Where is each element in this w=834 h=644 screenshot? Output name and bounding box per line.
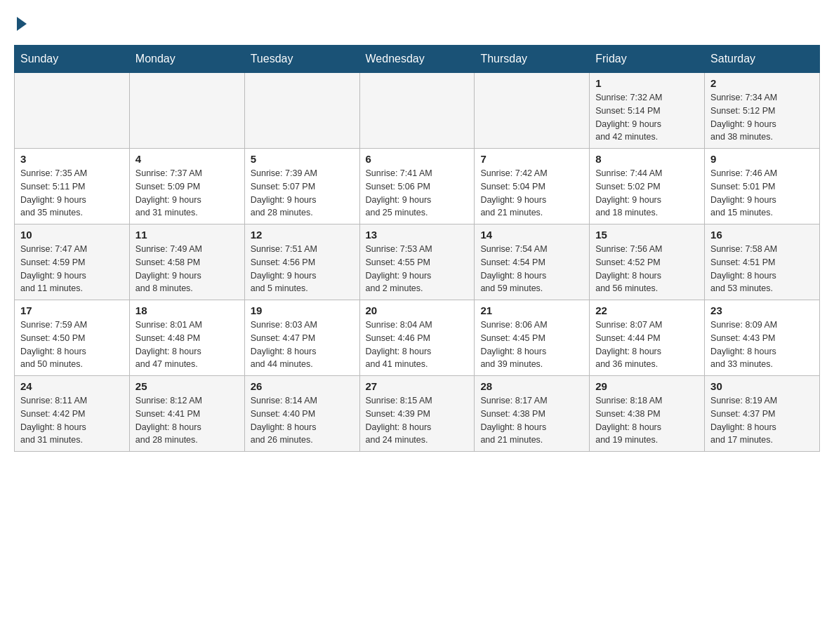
day-info: Sunrise: 7:49 AM Sunset: 4:58 PM Dayligh…	[135, 243, 239, 295]
calendar-cell: 1Sunrise: 7:32 AM Sunset: 5:14 PM Daylig…	[590, 73, 705, 149]
day-info: Sunrise: 7:42 AM Sunset: 5:04 PM Dayligh…	[480, 167, 583, 220]
calendar-cell: 6Sunrise: 7:41 AM Sunset: 5:06 PM Daylig…	[359, 149, 475, 224]
calendar-cell: 2Sunrise: 7:34 AM Sunset: 5:12 PM Daylig…	[705, 73, 820, 149]
calendar-cell: 16Sunrise: 7:58 AM Sunset: 4:51 PM Dayli…	[705, 224, 820, 300]
calendar-cell: 26Sunrise: 8:14 AM Sunset: 4:40 PM Dayli…	[244, 376, 359, 452]
day-number: 2	[710, 77, 814, 89]
calendar-header-monday: Monday	[129, 46, 244, 73]
day-number: 26	[251, 380, 354, 392]
day-info: Sunrise: 7:47 AM Sunset: 4:59 PM Dayligh…	[20, 243, 124, 295]
calendar-header-saturday: Saturday	[705, 46, 820, 73]
calendar-cell: 21Sunrise: 8:06 AM Sunset: 4:45 PM Dayli…	[475, 300, 590, 376]
day-number: 20	[366, 304, 469, 316]
calendar-cell: 7Sunrise: 7:42 AM Sunset: 5:04 PM Daylig…	[475, 149, 590, 224]
day-number: 6	[366, 153, 469, 165]
day-number: 23	[710, 304, 814, 316]
day-number: 14	[480, 229, 583, 241]
day-number: 4	[135, 153, 239, 165]
day-info: Sunrise: 8:15 AM Sunset: 4:39 PM Dayligh…	[366, 394, 469, 447]
day-number: 1	[595, 77, 699, 89]
day-info: Sunrise: 8:09 AM Sunset: 4:43 PM Dayligh…	[710, 318, 814, 371]
day-number: 22	[595, 304, 699, 316]
day-number: 9	[710, 153, 814, 165]
calendar-cell: 29Sunrise: 8:18 AM Sunset: 4:38 PM Dayli…	[590, 376, 705, 452]
day-number: 24	[20, 380, 124, 392]
day-info: Sunrise: 8:03 AM Sunset: 4:47 PM Dayligh…	[251, 318, 354, 371]
day-info: Sunrise: 7:35 AM Sunset: 5:11 PM Dayligh…	[20, 167, 124, 220]
day-number: 5	[251, 153, 354, 165]
calendar-cell: 15Sunrise: 7:56 AM Sunset: 4:52 PM Dayli…	[590, 224, 705, 300]
day-number: 11	[135, 229, 239, 241]
day-info: Sunrise: 8:12 AM Sunset: 4:41 PM Dayligh…	[135, 394, 239, 447]
day-info: Sunrise: 7:41 AM Sunset: 5:06 PM Dayligh…	[366, 167, 469, 220]
calendar-cell: 12Sunrise: 7:51 AM Sunset: 4:56 PM Dayli…	[244, 224, 359, 300]
day-info: Sunrise: 8:18 AM Sunset: 4:38 PM Dayligh…	[595, 394, 699, 447]
day-info: Sunrise: 7:39 AM Sunset: 5:07 PM Dayligh…	[251, 167, 354, 220]
calendar-header-row: SundayMondayTuesdayWednesdayThursdayFrid…	[15, 46, 820, 73]
day-number: 16	[710, 229, 814, 241]
day-number: 15	[595, 229, 699, 241]
calendar-week-row: 17Sunrise: 7:59 AM Sunset: 4:50 PM Dayli…	[15, 300, 820, 376]
day-info: Sunrise: 8:11 AM Sunset: 4:42 PM Dayligh…	[20, 394, 124, 447]
calendar-table: SundayMondayTuesdayWednesdayThursdayFrid…	[14, 45, 820, 452]
day-info: Sunrise: 8:19 AM Sunset: 4:37 PM Dayligh…	[710, 394, 814, 447]
calendar-cell: 11Sunrise: 7:49 AM Sunset: 4:58 PM Dayli…	[129, 224, 244, 300]
calendar-cell: 30Sunrise: 8:19 AM Sunset: 4:37 PM Dayli…	[705, 376, 820, 452]
day-number: 3	[20, 153, 124, 165]
logo-arrow-icon	[17, 17, 27, 31]
calendar-cell: 5Sunrise: 7:39 AM Sunset: 5:07 PM Daylig…	[244, 149, 359, 224]
calendar-cell	[475, 73, 590, 149]
calendar-header-thursday: Thursday	[475, 46, 590, 73]
calendar-week-row: 1Sunrise: 7:32 AM Sunset: 5:14 PM Daylig…	[15, 73, 820, 149]
calendar-cell: 25Sunrise: 8:12 AM Sunset: 4:41 PM Dayli…	[129, 376, 244, 452]
day-info: Sunrise: 7:51 AM Sunset: 4:56 PM Dayligh…	[251, 243, 354, 295]
calendar-cell: 13Sunrise: 7:53 AM Sunset: 4:55 PM Dayli…	[359, 224, 475, 300]
calendar-cell: 18Sunrise: 8:01 AM Sunset: 4:48 PM Dayli…	[129, 300, 244, 376]
calendar-cell	[15, 73, 130, 149]
calendar-cell: 28Sunrise: 8:17 AM Sunset: 4:38 PM Dayli…	[475, 376, 590, 452]
calendar-header-friday: Friday	[590, 46, 705, 73]
calendar-cell: 10Sunrise: 7:47 AM Sunset: 4:59 PM Dayli…	[15, 224, 130, 300]
day-info: Sunrise: 7:54 AM Sunset: 4:54 PM Dayligh…	[480, 243, 583, 295]
day-number: 28	[480, 380, 583, 392]
calendar-header-sunday: Sunday	[15, 46, 130, 73]
calendar-cell	[244, 73, 359, 149]
calendar-cell: 19Sunrise: 8:03 AM Sunset: 4:47 PM Dayli…	[244, 300, 359, 376]
calendar-week-row: 24Sunrise: 8:11 AM Sunset: 4:42 PM Dayli…	[15, 376, 820, 452]
day-number: 17	[20, 304, 124, 316]
calendar-cell: 3Sunrise: 7:35 AM Sunset: 5:11 PM Daylig…	[15, 149, 130, 224]
day-info: Sunrise: 8:14 AM Sunset: 4:40 PM Dayligh…	[251, 394, 354, 447]
day-number: 21	[480, 304, 583, 316]
day-info: Sunrise: 7:32 AM Sunset: 5:14 PM Dayligh…	[595, 91, 699, 144]
day-number: 27	[366, 380, 469, 392]
day-info: Sunrise: 8:07 AM Sunset: 4:44 PM Dayligh…	[595, 318, 699, 371]
day-info: Sunrise: 8:04 AM Sunset: 4:46 PM Dayligh…	[366, 318, 469, 371]
calendar-cell: 22Sunrise: 8:07 AM Sunset: 4:44 PM Dayli…	[590, 300, 705, 376]
calendar-cell: 14Sunrise: 7:54 AM Sunset: 4:54 PM Dayli…	[475, 224, 590, 300]
calendar-header-tuesday: Tuesday	[244, 46, 359, 73]
day-number: 19	[251, 304, 354, 316]
day-number: 7	[480, 153, 583, 165]
calendar-cell	[129, 73, 244, 149]
day-number: 25	[135, 380, 239, 392]
day-number: 18	[135, 304, 239, 316]
logo	[14, 14, 27, 31]
calendar-cell: 17Sunrise: 7:59 AM Sunset: 4:50 PM Dayli…	[15, 300, 130, 376]
calendar-cell: 27Sunrise: 8:15 AM Sunset: 4:39 PM Dayli…	[359, 376, 475, 452]
day-number: 12	[251, 229, 354, 241]
calendar-header-wednesday: Wednesday	[359, 46, 475, 73]
day-info: Sunrise: 7:58 AM Sunset: 4:51 PM Dayligh…	[710, 243, 814, 295]
day-number: 30	[710, 380, 814, 392]
calendar-cell: 8Sunrise: 7:44 AM Sunset: 5:02 PM Daylig…	[590, 149, 705, 224]
day-number: 29	[595, 380, 699, 392]
day-info: Sunrise: 8:01 AM Sunset: 4:48 PM Dayligh…	[135, 318, 239, 371]
day-info: Sunrise: 7:37 AM Sunset: 5:09 PM Dayligh…	[135, 167, 239, 220]
page-header	[14, 14, 820, 31]
day-info: Sunrise: 7:53 AM Sunset: 4:55 PM Dayligh…	[366, 243, 469, 295]
day-info: Sunrise: 8:17 AM Sunset: 4:38 PM Dayligh…	[480, 394, 583, 447]
calendar-cell: 23Sunrise: 8:09 AM Sunset: 4:43 PM Dayli…	[705, 300, 820, 376]
day-info: Sunrise: 8:06 AM Sunset: 4:45 PM Dayligh…	[480, 318, 583, 371]
calendar-cell	[359, 73, 475, 149]
calendar-cell: 4Sunrise: 7:37 AM Sunset: 5:09 PM Daylig…	[129, 149, 244, 224]
calendar-week-row: 10Sunrise: 7:47 AM Sunset: 4:59 PM Dayli…	[15, 224, 820, 300]
